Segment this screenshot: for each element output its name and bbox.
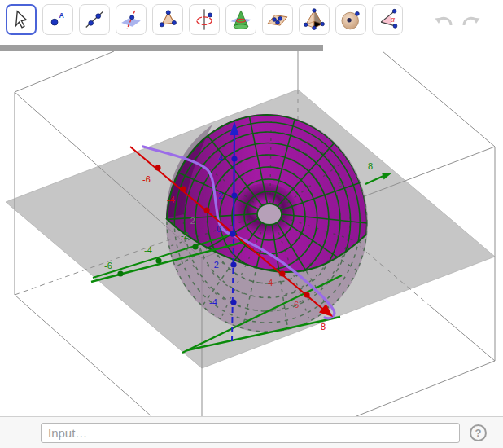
point-icon: A [46, 7, 70, 32]
perpendicular-line-icon [119, 7, 143, 32]
help-button[interactable]: ? [470, 424, 487, 441]
x-label: 8 [321, 322, 326, 332]
z-label: 2 [218, 191, 223, 200]
pyramid-tool-button[interactable] [299, 4, 330, 35]
toolbar: A [0, 0, 503, 45]
x-label: 6 [294, 300, 299, 310]
svg-text:A: A [59, 11, 65, 20]
z-label: 4 [218, 153, 223, 163]
z-label: -2 [211, 260, 219, 270]
polygon-icon [155, 7, 180, 32]
point-tool-button[interactable]: A [42, 4, 73, 35]
undo-redo-group [431, 0, 503, 33]
y-label: -4 [144, 245, 152, 255]
undo-button[interactable] [431, 8, 456, 33]
plane-3points-tool-button[interactable] [262, 4, 293, 35]
polygon-tool-button[interactable] [152, 4, 183, 35]
z-label: 0 [217, 224, 221, 234]
intersect-cone-icon [229, 7, 253, 32]
cursor-icon [9, 7, 33, 32]
geogebra-app: A [0, 0, 503, 448]
z-label: -4 [209, 297, 217, 307]
y-label: 8 [368, 161, 373, 171]
x-label: -6 [142, 174, 151, 184]
algebra-input[interactable] [41, 423, 460, 443]
svg-text:α: α [391, 15, 396, 24]
undo-icon [432, 8, 455, 31]
circle-axis-icon [192, 7, 217, 32]
circle-axis-tool-button[interactable] [189, 4, 220, 35]
line-tool-button[interactable] [79, 4, 110, 35]
perpendicular-line-tool-button[interactable] [116, 4, 147, 35]
y-label: -2 [181, 231, 189, 240]
move-tool-button[interactable] [6, 4, 37, 35]
redo-icon [460, 8, 483, 31]
sphere-icon [339, 7, 363, 32]
input-bar: ? [0, 416, 503, 448]
pyramid-icon [302, 7, 326, 32]
tool-buttons: A [0, 0, 403, 35]
angle-icon: α [375, 7, 400, 32]
x-label: -4 [167, 195, 175, 204]
x-label: 4 [268, 278, 273, 288]
intersect-surfaces-tool-button[interactable] [225, 4, 256, 35]
y-label: -6 [104, 261, 112, 270]
torus-hole [257, 204, 282, 225]
angle-tool-button[interactable]: α [372, 4, 403, 35]
redo-button[interactable] [459, 8, 483, 33]
line-icon [82, 7, 107, 32]
x-label: -2 [187, 216, 195, 226]
sphere-tool-button[interactable] [335, 4, 366, 35]
y-label: 6 [338, 178, 343, 188]
toolbar-scroll-thumb[interactable] [0, 45, 323, 51]
plane-icon [265, 7, 290, 32]
3d-graphics-view[interactable]: -6 -4 -2 4 6 8 -6 -4 -2 6 8 4 2 0 -2 -4 [0, 51, 503, 416]
